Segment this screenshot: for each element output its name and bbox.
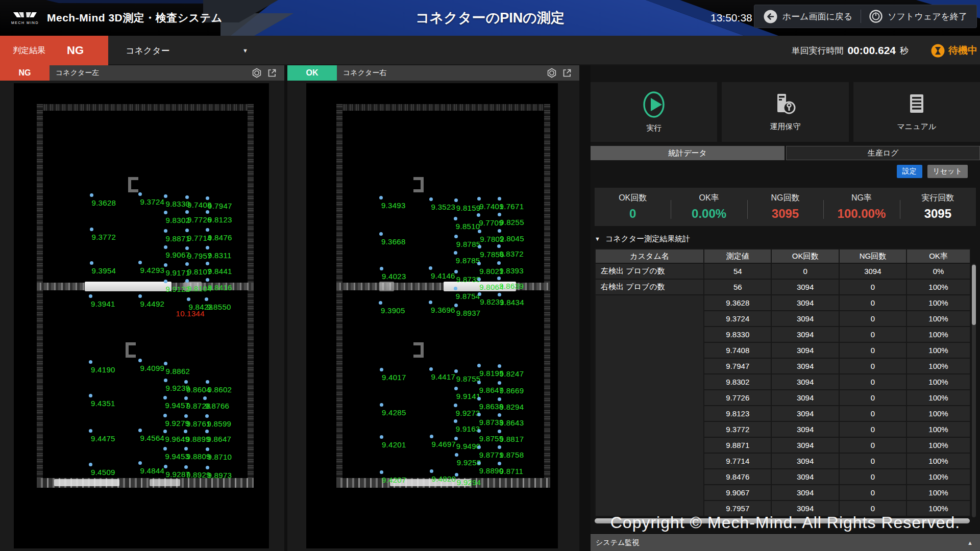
measurement-point: 9.3941 (91, 299, 115, 309)
measurement-point: 9.4492 (140, 299, 165, 309)
measurement-point: 10.1344 (176, 309, 205, 318)
settings-nut-icon[interactable] (547, 68, 557, 78)
pin-dot-icon (89, 429, 92, 433)
tab-production-log[interactable]: 生産ログ (786, 146, 980, 160)
measurement-point: 9.4844 (140, 466, 165, 475)
measurement-point: 9.4023 (382, 272, 406, 281)
external-link-icon[interactable] (562, 68, 572, 78)
viewer-left-result-badge: NG (0, 65, 50, 81)
settings-nut-icon[interactable] (252, 68, 262, 78)
manual-button[interactable]: マニュアル (853, 82, 980, 142)
measurement-point: 9.4509 (91, 468, 115, 477)
topbar-button-group: ホーム画面に戻る ソフトウェアを終了 (754, 5, 977, 28)
column-header: NG回数 (839, 249, 906, 263)
vertical-scrollbar-thumb[interactable] (972, 265, 976, 325)
measurement-point: 9.9294 (457, 478, 481, 487)
manual-button-label: マニュアル (897, 122, 936, 132)
copyright-text: Copyright © Mech-Mind. All Rights Reserv… (591, 513, 980, 532)
collapse-up-icon[interactable]: ▲ (967, 540, 973, 546)
pin-dot-icon (477, 197, 481, 201)
results-table: カスタム名測定値OK回数NG回数OK率 左検出 プロブの数54030940%右検… (595, 248, 971, 517)
pin-dot-icon (429, 367, 433, 371)
measurement-point: 9.4285 (382, 408, 406, 417)
pin-dot-icon (454, 270, 458, 273)
home-button[interactable]: ホーム画面に戻る (764, 10, 853, 23)
connector-dropdown-value: コネクター (126, 45, 170, 57)
pin-dot-icon (138, 294, 142, 298)
measurement-point: 9.7947 (208, 202, 232, 211)
pin-dot-icon (498, 430, 501, 433)
reset-button[interactable]: リセット (927, 165, 968, 178)
measurement-point: 9.8758 (500, 450, 524, 460)
connector-dropdown[interactable]: コネクター ▼ (117, 36, 255, 65)
measurement-point: 9.8669 (500, 386, 524, 395)
maintenance-button[interactable]: 運用保守 (722, 82, 848, 142)
point-cloud-right[interactable]: 9.34939.35239.81599.74019.76719.85109.77… (306, 83, 558, 548)
pin-dot-icon (380, 435, 383, 439)
measurement-point: 9.8434 (500, 298, 524, 307)
measurement-point: 9.8785 (456, 240, 481, 249)
pin-dot-icon (477, 413, 481, 416)
pin-dot-icon (203, 396, 207, 400)
pin-dot-icon (185, 195, 189, 199)
measurement-point: 9.8643 (500, 418, 524, 428)
stat-NG率: NG率100.00% (823, 193, 899, 221)
viewer-connector-right: OK コネクター右 (287, 65, 579, 551)
measurement-point: 9.3493 (381, 201, 406, 210)
pin-dot-icon (206, 380, 209, 384)
play-icon (642, 91, 666, 118)
pin-dot-icon (379, 232, 383, 236)
external-link-icon[interactable] (267, 68, 277, 78)
run-button-label: 実行 (646, 123, 662, 133)
pin-dot-icon (138, 429, 142, 432)
measurement-point: 9.8785 (456, 256, 480, 265)
pin-dot-icon (379, 196, 383, 199)
page-title: コネクターのPINの測定 (415, 9, 565, 27)
pin-dot-icon (380, 403, 383, 407)
clock: 13:50:38 (710, 12, 752, 24)
pin-dot-icon (205, 430, 209, 433)
measurement-point: 9.7671 (500, 202, 524, 211)
top-bar: MECH MIND Mech-Mind 3D測定・検査システム コネクターのPI… (0, 0, 980, 36)
measurement-point: 9.9273 (456, 409, 480, 418)
measurement-point: 9.8510 (456, 222, 480, 231)
pin-dot-icon (164, 362, 167, 365)
pin-dot-icon (477, 445, 481, 449)
measurement-point: 9.8311 (208, 251, 232, 260)
measurement-point: 9.8372 (499, 249, 524, 259)
measurement-point: 9.9163 (456, 424, 480, 434)
pin-dot-icon (454, 217, 457, 220)
vertical-scrollbar[interactable] (972, 264, 976, 517)
point-cloud-left[interactable]: 9.36289.37249.83309.74089.79479.83029.77… (14, 83, 269, 548)
pin-dot-icon (498, 462, 501, 465)
measurement-point: 9.3954 (92, 266, 116, 276)
exit-button[interactable]: ソフトウェアを終了 (869, 10, 967, 23)
stat-実行回数: 実行回数3095 (900, 193, 976, 221)
settings-button[interactable]: 設定 (897, 165, 922, 178)
pin-dot-icon (90, 261, 93, 265)
pin-dot-icon (454, 387, 458, 390)
measurement-point: 9.8937 (456, 309, 481, 318)
measurement-point: 9.4099 (140, 364, 165, 373)
pin-dot-icon (205, 414, 209, 418)
run-button[interactable]: 実行 (591, 82, 717, 142)
pin-dot-icon (138, 192, 142, 196)
pin-dot-icon (498, 364, 501, 368)
section-header[interactable]: ▼ コネクター測定結果統計 (595, 232, 976, 245)
tab-statistics[interactable]: 統計データ (591, 146, 785, 160)
runtime: 単回実行時間 00:00.624 秒 (791, 36, 909, 65)
pin-dot-icon (185, 279, 189, 283)
runtime-unit: 秒 (900, 45, 909, 57)
pin-dot-icon (163, 414, 167, 417)
toolbar: 判定結果 NG コネクター ▼ 単回実行時間 00:00.624 秒 待機中 (0, 36, 980, 65)
table-toolbar: 設定 リセット (591, 165, 980, 178)
measurement-point: 9.8862 (166, 367, 190, 376)
pin-dot-icon (498, 381, 501, 385)
pin-dot-icon (89, 360, 92, 364)
judge-result-badge: 判定結果 NG (0, 36, 108, 65)
system-monitor-bar[interactable]: システム監視 ▲ (591, 534, 980, 551)
table-header-row: カスタム名測定値OK回数NG回数OK率 (595, 249, 970, 263)
viewer-connector-left: NG コネクター左 (0, 65, 284, 551)
pin-dot-icon (206, 228, 209, 232)
measurement-point: 9.8393 (499, 266, 524, 276)
